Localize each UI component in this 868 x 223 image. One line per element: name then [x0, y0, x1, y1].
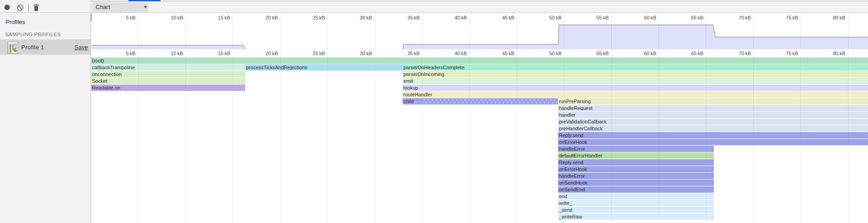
svg-text:%: % — [13, 48, 17, 53]
